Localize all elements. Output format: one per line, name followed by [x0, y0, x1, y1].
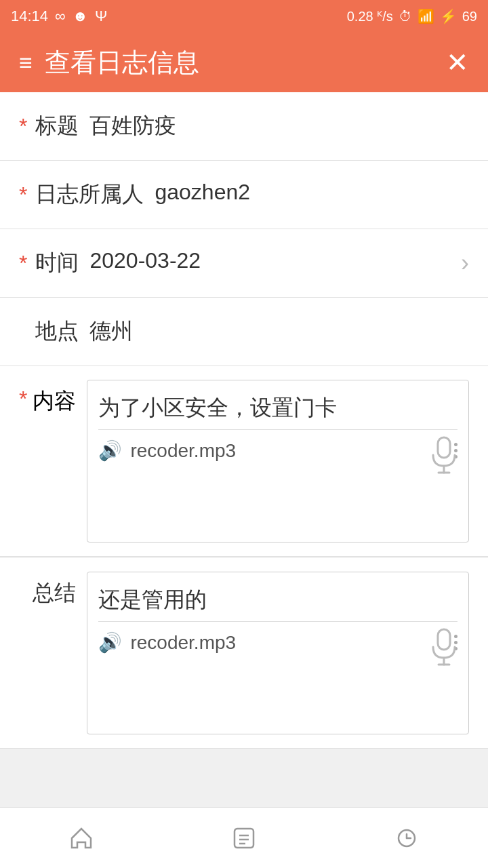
bottom-icon-3[interactable]: [386, 818, 427, 859]
page-title: 查看日志信息: [45, 45, 199, 80]
status-battery: 69: [462, 9, 477, 24]
mic-button[interactable]: [430, 436, 458, 481]
title-field-row: * 标题 百姓防疫: [0, 92, 488, 161]
status-left: 14:14 ∞ ☻ Ψ: [11, 7, 107, 25]
summary-label: 总结: [33, 578, 76, 608]
location-label: * 地点: [19, 317, 79, 347]
close-button[interactable]: ✕: [446, 47, 469, 78]
status-infinity: ∞: [55, 7, 66, 25]
summary-input-box[interactable]: 还是管用的 🔊 recoder.mp3: [87, 572, 469, 734]
status-time: 14:14: [11, 7, 48, 25]
content-required-star: *: [19, 387, 27, 412]
time-field-row[interactable]: * 时间 2020-03-22 ›: [0, 229, 488, 298]
location-value: 德州: [89, 317, 133, 347]
status-speed: 0.28 ᴷ/s: [347, 8, 393, 24]
content-label-col: * 内容: [19, 380, 76, 416]
app-header: ≡ 查看日志信息 ✕: [0, 33, 488, 92]
summary-audio-filename: recoder.mp3: [130, 632, 446, 654]
title-value: 百姓防疫: [89, 111, 176, 141]
status-clock-icon: ⏱: [399, 9, 412, 24]
bottom-icon-1[interactable]: [61, 818, 102, 859]
bottom-spacer: [0, 749, 488, 816]
time-value: 2020-03-22: [89, 248, 201, 273]
content-input-box[interactable]: 为了小区安全，设置门卡 🔊 recoder.mp3: [87, 380, 469, 542]
summary-label-col: * 总结: [19, 572, 76, 608]
time-label: * 时间: [19, 248, 79, 278]
title-required-star: *: [19, 114, 27, 139]
menu-icon[interactable]: ≡: [19, 50, 33, 76]
svg-rect-6: [235, 829, 253, 848]
owner-label: * 日志所属人: [19, 180, 144, 210]
svg-rect-0: [438, 437, 450, 458]
status-signal-icon: 📶: [418, 8, 434, 24]
owner-value: gaozhen2: [155, 180, 250, 205]
time-arrow-icon: ›: [461, 249, 469, 277]
summary-audio-icon: 🔊: [98, 631, 122, 654]
form-content: * 标题 百姓防疫 * 日志所属人 gaozhen2 * 时间 2020-03-…: [0, 92, 488, 816]
summary-mic-button[interactable]: [430, 628, 458, 673]
status-usb-icon: Ψ: [95, 7, 107, 25]
summary-text: 还是管用的: [98, 583, 458, 616]
content-field-row: * 内容 为了小区安全，设置门卡 🔊 recoder.mp3: [0, 366, 488, 557]
content-label: 内容: [33, 387, 76, 416]
status-lightning-icon: ⚡: [440, 8, 457, 24]
summary-audio-row: 🔊 recoder.mp3: [98, 621, 458, 663]
time-required-star: *: [19, 251, 27, 276]
owner-field-row: * 日志所属人 gaozhen2: [0, 161, 488, 229]
status-person-icon: ☻: [73, 7, 88, 25]
bottom-icon-2[interactable]: [224, 818, 264, 859]
owner-required-star: *: [19, 182, 27, 208]
content-audio-filename: recoder.mp3: [130, 440, 446, 462]
status-right: 0.28 ᴷ/s ⏱ 📶 ⚡ 69: [347, 8, 477, 24]
summary-field-row: * 总结 还是管用的 🔊 recoder.mp3: [0, 558, 488, 749]
svg-rect-3: [438, 629, 450, 650]
status-bar: 14:14 ∞ ☻ Ψ 0.28 ᴷ/s ⏱ 📶 ⚡ 69: [0, 0, 488, 33]
header-left: ≡ 查看日志信息: [19, 45, 199, 80]
content-audio-icon: 🔊: [98, 439, 122, 462]
content-text: 为了小区安全，设置门卡: [98, 391, 458, 424]
content-audio-row: 🔊 recoder.mp3: [98, 429, 458, 471]
location-field-row: * 地点 德州: [0, 298, 488, 366]
bottom-tab-bar: [0, 807, 488, 868]
title-label: * 标题: [19, 111, 79, 141]
